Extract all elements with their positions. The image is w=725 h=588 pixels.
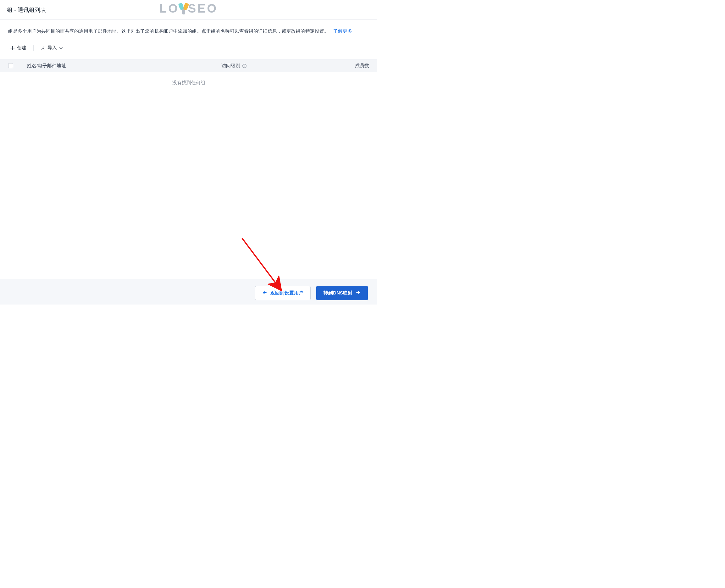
back-button[interactable]: 返回到设置用户 xyxy=(255,286,311,300)
toolbar: 创建 导入 xyxy=(0,37,377,59)
plus-icon xyxy=(10,46,15,50)
select-all-cell xyxy=(8,63,27,68)
footer-bar: 返回到设置用户 转到DNS映射 xyxy=(0,279,377,304)
select-all-checkbox[interactable] xyxy=(8,63,13,68)
back-label: 返回到设置用户 xyxy=(270,290,304,296)
create-button[interactable]: 创建 xyxy=(9,44,27,52)
page-title: 组 - 通讯组列表 xyxy=(7,6,370,14)
learn-more-link[interactable]: 了解更多 xyxy=(333,28,352,34)
svg-point-1 xyxy=(244,66,245,67)
column-header-name: 姓名/电子邮件地址 xyxy=(27,63,221,69)
toolbar-separator xyxy=(33,45,34,51)
import-button[interactable]: 导入 xyxy=(40,44,64,52)
column-header-members: 成员数 xyxy=(334,63,369,69)
chevron-down-icon xyxy=(59,46,63,50)
description-body: 组是多个用户为共同目的而共享的通用电子邮件地址。这里列出了您的机构账户中添加的组… xyxy=(8,28,329,34)
arrow-left-icon xyxy=(262,290,267,296)
import-icon xyxy=(41,46,46,50)
description-text: 组是多个用户为共同目的而共享的通用电子邮件地址。这里列出了您的机构账户中添加的组… xyxy=(0,20,377,37)
page-header: 组 - 通讯组列表 LO SEO xyxy=(0,0,377,20)
column-header-access-label: 访问级别 xyxy=(221,63,240,69)
column-header-access: 访问级别 xyxy=(221,63,334,69)
empty-state-message: 没有找到任何组 xyxy=(0,72,377,93)
next-button[interactable]: 转到DNS映射 xyxy=(316,286,368,300)
next-label: 转到DNS映射 xyxy=(324,290,352,296)
help-icon[interactable] xyxy=(242,63,247,68)
import-label: 导入 xyxy=(47,45,57,51)
arrow-right-icon xyxy=(356,290,360,296)
table-header-row: 姓名/电子邮件地址 访问级别 成员数 xyxy=(0,59,377,72)
create-label: 创建 xyxy=(17,45,26,51)
svg-line-2 xyxy=(242,238,280,289)
